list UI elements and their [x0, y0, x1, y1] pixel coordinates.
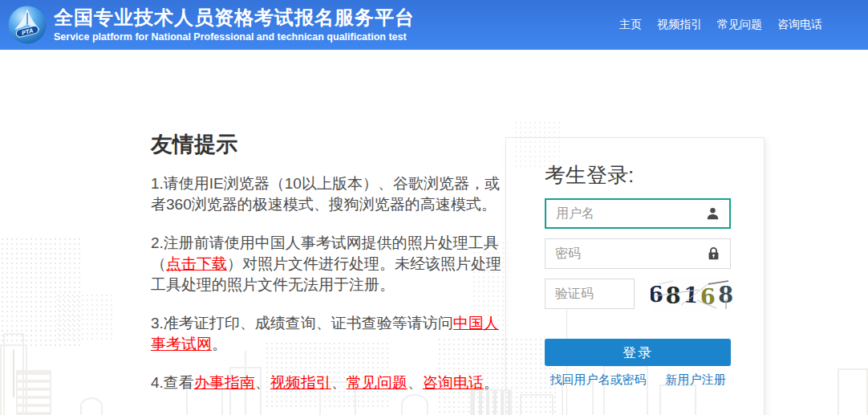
building-outline — [0, 344, 27, 415]
captcha-image[interactable]: 68168 — [651, 276, 733, 311]
building-outline — [838, 368, 868, 415]
tip-1: 1.请使用IE浏览器（10以上版本）、谷歌浏览器，或者360浏览器的极速模式、搜… — [151, 173, 513, 215]
tip-2: 2.注册前请使用中国人事考试网提供的照片处理工具（点击下载）对照片文件进行处理。… — [151, 233, 513, 295]
captcha-field — [545, 279, 635, 309]
faq-link[interactable]: 常见问题 — [347, 374, 408, 391]
site-title: 全国专业技术人员资格考试报名服务平台 — [54, 7, 415, 28]
service-guide-link[interactable]: 办事指南 — [194, 374, 255, 391]
recover-account-link[interactable]: 找回用户名或密码 — [550, 372, 647, 388]
tip-3-text: 3.准考证打印、成绩查询、证书查验等请访问 — [151, 315, 453, 332]
tip-4: 4.查看办事指南、视频指引、常见问题、咨询电话。 — [151, 372, 513, 393]
tip-3-text: 。 — [212, 336, 227, 352]
header-nav: 主页 视频指引 常见问题 咨询电话 — [619, 18, 822, 32]
background-dots — [56, 293, 112, 341]
captcha-row: 68168 — [545, 279, 731, 309]
building-outline — [3, 333, 24, 415]
register-link[interactable]: 新用户注册 — [666, 372, 726, 388]
background-dots — [0, 237, 80, 349]
site-subtitle: Service platform for National Profession… — [54, 31, 415, 43]
photo-tool-download-link[interactable]: 点击下载 — [166, 255, 227, 272]
captcha-noise-lines — [651, 276, 733, 311]
captcha-input[interactable] — [546, 279, 634, 308]
header: PTA 全国专业技术人员资格考试报名服务平台 Service platform … — [0, 0, 868, 50]
lock-icon — [706, 246, 721, 262]
nav-phone-link[interactable]: 咨询电话 — [777, 18, 822, 32]
password-input[interactable] — [546, 239, 730, 268]
building-outline — [16, 370, 51, 415]
username-input[interactable] — [546, 200, 729, 227]
tip-3: 3.准考证打印、成绩查询、证书查验等请访问中国人事考试网。 — [151, 313, 513, 355]
login-panel: 考生登录: 68168 — [505, 137, 765, 415]
building-outline — [401, 394, 428, 415]
tips-section: 友情提示 1.请使用IE浏览器（10以上版本）、谷歌浏览器，或者360浏览器的极… — [151, 134, 513, 393]
pta-logo-icon: PTA — [7, 5, 47, 45]
user-icon — [705, 206, 720, 222]
building-outline — [80, 397, 103, 415]
tip-1-text: 1.请使用IE浏览器（10以上版本）、谷歌浏览器，或者360浏览器的极速模式、搜… — [151, 175, 500, 213]
nav-home-link[interactable]: 主页 — [619, 18, 642, 32]
phone-link[interactable]: 咨询电话 — [423, 374, 484, 391]
tips-heading: 友情提示 — [151, 134, 513, 156]
nav-faq-link[interactable]: 常见问题 — [717, 18, 762, 32]
login-links: 找回用户名或密码 新用户注册 — [545, 372, 731, 388]
tip-4-text: 4.查看 — [151, 374, 194, 391]
video-guide-link[interactable]: 视频指引 — [270, 374, 331, 391]
password-field — [545, 238, 731, 269]
nav-video-guide-link[interactable]: 视频指引 — [657, 18, 702, 32]
username-field — [545, 198, 731, 229]
login-heading: 考生登录: — [545, 164, 764, 187]
login-button[interactable]: 登录 — [545, 339, 731, 366]
